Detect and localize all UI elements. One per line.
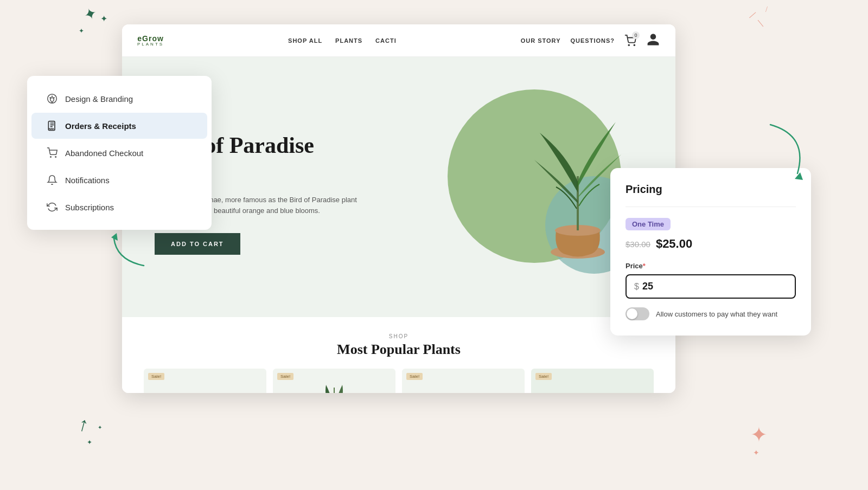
sidebar-item-design[interactable]: Design & Branding	[31, 86, 207, 112]
toggle-row: Allow customers to pay what they want	[626, 307, 796, 320]
pricing-panel: Pricing One Time $30.00 $25.00 Price* $ …	[610, 168, 811, 336]
dollar-sign: $	[634, 282, 639, 292]
price-required: *	[643, 262, 646, 270]
price-input-wrap[interactable]: $	[626, 274, 796, 299]
add-to-cart-button[interactable]: ADD TO CART	[155, 233, 240, 255]
pricing-title: Pricing	[626, 183, 796, 196]
nav-links: SHOP ALL PLANTS CACTI	[288, 37, 397, 44]
plant-card-4[interactable]: Sale!	[531, 369, 654, 393]
sale-badge-4: Sale!	[535, 373, 552, 380]
svg-marker-1	[111, 233, 118, 241]
sale-badge-1: Sale!	[148, 373, 164, 380]
brand-name: eGrow	[137, 35, 164, 42]
sale-badge-3: Sale!	[406, 373, 423, 380]
one-time-badge: One Time	[626, 218, 671, 230]
svg-point-3	[634, 44, 635, 46]
brand-logo: eGrow PLANTS	[137, 35, 164, 47]
svg-point-20	[52, 96, 53, 98]
svg-point-23	[50, 157, 52, 158]
sidebar-item-orders[interactable]: Orders & Receipts	[31, 113, 207, 139]
sidebar-item-notifications[interactable]: Notifications	[31, 167, 207, 193]
plant-card-2[interactable]: Sale!	[273, 369, 395, 393]
popular-shop-label: Shop	[144, 333, 654, 339]
receipt-icon	[47, 120, 58, 131]
original-price: $30.00	[626, 240, 650, 249]
nav-our-story[interactable]: OUR STORY	[521, 37, 561, 44]
sidebar-label-notifications: Notifications	[65, 176, 110, 185]
user-icon[interactable]	[646, 33, 660, 49]
svg-point-2	[628, 44, 629, 46]
cart-abandoned-icon	[47, 147, 58, 158]
sidebar-label-subscriptions: Subscriptions	[65, 203, 114, 212]
toggle-label: Allow customers to pay what they want	[656, 310, 777, 318]
sale-badge-2: Sale!	[277, 373, 293, 380]
plant-card-3-inner	[402, 369, 525, 393]
sidebar-label-abandoned: Abandoned Checkout	[65, 149, 143, 158]
navbar-right: OUR STORY QUESTIONS? 0	[521, 33, 660, 49]
plant-card-3[interactable]: Sale!	[402, 369, 525, 393]
popular-section: Shop Most Popular Plants Sale! Sale!	[122, 317, 675, 393]
svg-point-24	[55, 157, 56, 158]
sale-price: $25.00	[656, 237, 692, 251]
sidebar-item-subscriptions[interactable]: Subscriptions	[31, 194, 207, 220]
pricing-divider	[626, 207, 796, 207]
refresh-icon	[47, 202, 58, 212]
plant-card-1[interactable]: Sale!	[144, 369, 266, 393]
toggle-knob	[627, 308, 637, 319]
palette-icon	[47, 93, 58, 104]
cart-count: 0	[632, 31, 640, 39]
sidebar-item-abandoned[interactable]: Abandoned Checkout	[31, 140, 207, 166]
popular-title: Most Popular Plants	[144, 341, 654, 358]
price-input[interactable]	[642, 281, 787, 292]
nav-cacti[interactable]: CACTI	[375, 37, 397, 44]
cart-button[interactable]: 0	[624, 35, 636, 47]
sidebar-panel: Design & Branding Orders & Receipts Aban…	[27, 76, 212, 230]
sidebar-label-design: Design & Branding	[65, 94, 133, 104]
price-label: Price*	[626, 262, 796, 270]
sidebar-label-orders: Orders & Receipts	[65, 121, 136, 131]
nav-shop-all[interactable]: SHOP ALL	[288, 37, 322, 44]
brand-sub: PLANTS	[137, 42, 164, 47]
plant-card-2-inner	[273, 369, 395, 393]
nav-questions[interactable]: QUESTIONS?	[570, 37, 615, 44]
pay-what-you-want-toggle[interactable]	[626, 307, 649, 320]
bell-icon	[47, 175, 58, 185]
nav-plants[interactable]: PLANTS	[335, 37, 362, 44]
plant-card-4-inner	[531, 369, 654, 393]
navbar: eGrow PLANTS SHOP ALL PLANTS CACTI OUR S…	[122, 24, 675, 57]
plant-cards: Sale! Sale!	[144, 369, 654, 393]
pricing-prices: $30.00 $25.00	[626, 237, 796, 251]
plant-card-1-inner	[144, 369, 266, 393]
